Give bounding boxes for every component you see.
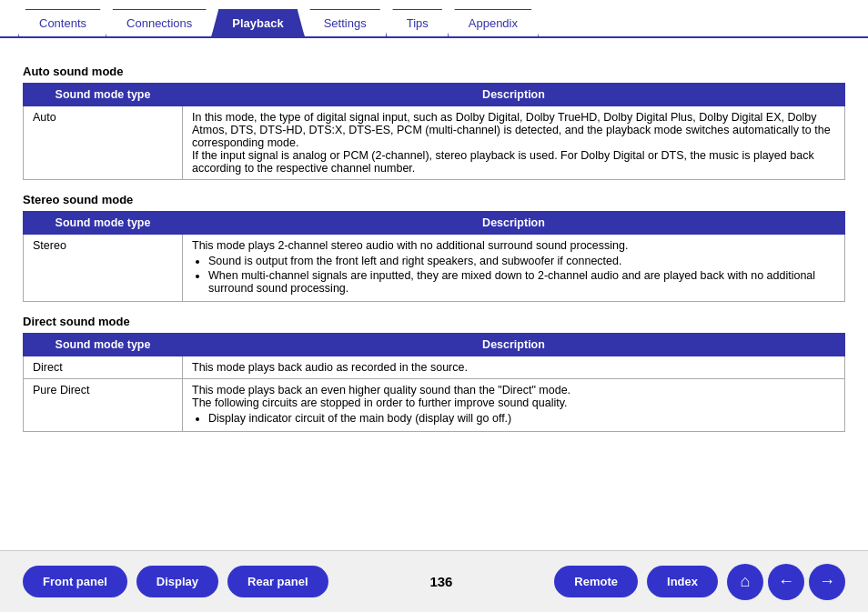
bottom-right-buttons: Remote Index ⌂ ← → [554,564,845,600]
rear-panel-button[interactable]: Rear panel [227,566,328,597]
tab-contents[interactable]: Contents [18,9,107,36]
direct-description: This mode plays back audio as recorded i… [183,356,845,379]
icon-buttons: ⌂ ← → [727,564,845,600]
forward-icon: → [819,572,835,591]
index-button[interactable]: Index [647,566,718,597]
main-content: Auto sound mode Sound mode type Descript… [0,38,868,523]
table-row: Auto In this mode, the type of digital s… [24,106,845,180]
direct-col1-header: Sound mode type [24,334,183,356]
stereo-bullets: Sound is output from the front left and … [192,255,835,295]
stereo-col2-header: Description [183,212,845,235]
tab-tips[interactable]: Tips [386,9,449,36]
direct-col2-header: Description [183,334,845,356]
remote-button[interactable]: Remote [554,566,638,597]
auto-sound-table: Sound mode type Description Auto In this… [23,83,845,180]
tab-connections[interactable]: Connections [106,9,213,36]
nav-tabs: Contents Connections Playback Settings T… [0,0,868,38]
front-panel-button[interactable]: Front panel [23,566,127,597]
pure-direct-description: This mode plays back an even higher qual… [183,379,845,432]
bottom-bar: Front panel Display Rear panel 136 Remot… [0,550,868,612]
auto-col2-header: Description [183,84,845,106]
pure-direct-type: Pure Direct [24,379,183,432]
auto-description: In this mode, the type of digital signal… [183,106,845,180]
bottom-left-buttons: Front panel Display Rear panel [23,566,328,597]
page-number: 136 [420,574,461,589]
stereo-col1-header: Sound mode type [24,212,183,235]
list-item: Sound is output from the front left and … [208,255,835,267]
table-row: Stereo This mode plays 2-channel stereo … [24,235,845,302]
display-button[interactable]: Display [136,566,218,597]
forward-button[interactable]: → [809,564,845,600]
auto-col1-header: Sound mode type [24,84,183,106]
section-title-direct: Direct sound mode [23,315,845,328]
direct-type: Direct [24,356,183,379]
tab-appendix[interactable]: Appendix [448,9,539,36]
pure-direct-bullets: Display indicator circuit of the main bo… [192,412,835,425]
stereo-description: This mode plays 2-channel stereo audio w… [183,235,845,302]
tab-playback[interactable]: Playback [211,9,304,36]
back-icon: ← [778,572,794,591]
table-row: Pure Direct This mode plays back an even… [24,379,845,432]
home-button[interactable]: ⌂ [727,564,763,600]
list-item: Display indicator circuit of the main bo… [208,412,835,425]
auto-type: Auto [24,106,183,180]
tab-settings[interactable]: Settings [303,9,388,36]
direct-sound-table: Sound mode type Description Direct This … [23,333,845,432]
home-icon: ⌂ [741,572,751,591]
back-button[interactable]: ← [768,564,804,600]
section-title-auto: Auto sound mode [23,65,845,78]
section-title-stereo: Stereo sound mode [23,193,845,206]
table-row: Direct This mode plays back audio as rec… [24,356,845,379]
stereo-type: Stereo [24,235,183,302]
stereo-sound-table: Sound mode type Description Stereo This … [23,211,845,302]
list-item: When multi-channel signals are inputted,… [208,269,835,295]
